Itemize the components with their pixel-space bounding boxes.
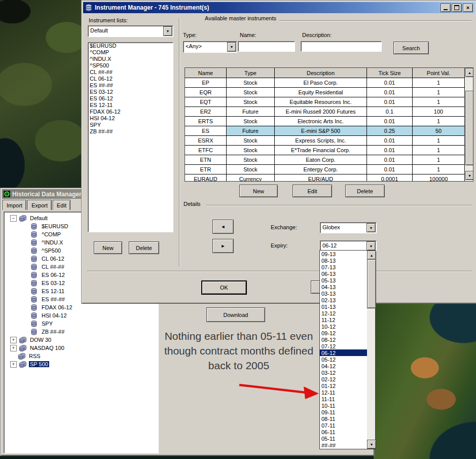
expiry-option[interactable]: 08-13 [320,257,367,264]
expand-icon[interactable]: + [10,337,17,343]
instrument-list-item[interactable]: ^COMP [88,49,173,56]
table-row[interactable]: ETNStockEaton Corp.0.011 [185,155,465,165]
move-left-button[interactable]: ◄ [212,220,234,234]
scroll-up-button[interactable]: ▲ [367,251,376,260]
tree-item[interactable]: +NASDAQ 100 [4,344,158,352]
table-header-cell[interactable]: Tick Size [367,68,413,78]
chevron-down-icon[interactable]: ▼ [367,241,376,251]
expiry-option[interactable]: 02-13 [320,297,367,303]
download-button[interactable]: Download [206,307,265,322]
expiry-option[interactable]: 02-12 [320,376,367,382]
expiry-option[interactable]: 09-12 [320,330,367,336]
expiry-option[interactable]: 06-13 [320,270,367,277]
chevron-down-icon[interactable]: ▼ [227,42,236,52]
collapse-icon[interactable]: − [10,215,17,222]
expiry-option[interactable]: 05-12 [320,356,367,363]
table-header-cell[interactable]: Name [185,68,227,78]
edit-instrument-button[interactable]: Edit [292,185,332,197]
instrument-list-item[interactable]: $EURUSD [88,43,173,49]
table-header-cell[interactable]: Description [275,68,367,78]
table-header-cell[interactable]: Type [227,68,275,78]
expiry-option[interactable]: 06-11 [320,429,367,435]
im-titlebar[interactable]: Instrument Manager - 745 Instrument(s) × [83,2,475,13]
tree-item[interactable]: +DOW 30 [4,336,158,344]
instrument-list-item[interactable]: ES 06-12 [88,95,173,102]
expand-icon[interactable]: + [10,361,17,368]
table-scrollbar[interactable]: ▲ ▼ [465,68,473,180]
expiry-option[interactable]: 05-13 [320,277,367,284]
ok-button[interactable]: OK [201,280,247,295]
expiry-option[interactable]: 03-12 [320,369,367,376]
table-row[interactable]: ETFCStockE*Trade Financial Corp.0.011 [185,146,465,155]
scroll-down-button[interactable]: ▼ [367,440,376,449]
instrument-list-item[interactable]: HSI 04-12 [88,115,173,122]
instrument-list-item[interactable]: CL ##-## [88,69,173,76]
tab-edit[interactable]: Edit [53,200,70,210]
scroll-down-button[interactable]: ▼ [465,171,473,180]
table-row[interactable]: ERTSStockElectronic Arts Inc.0.011 [185,117,465,126]
minimize-button[interactable] [441,4,451,12]
expiry-option[interactable]: 07-13 [320,264,367,270]
scrollbar-thumb[interactable] [367,259,376,308]
expiry-option[interactable]: 12-12 [320,310,367,316]
expiry-option[interactable]: 07-11 [320,422,367,429]
search-button[interactable]: Search [393,42,429,54]
expiry-option[interactable]: 07-12 [320,343,367,349]
table-row[interactable]: EPStockEl Paso Corp.0.011 [185,78,465,88]
table-row[interactable]: ESFutureE-mini S&P 5000.2550 [185,126,465,136]
table-row[interactable]: ETRStockEntergy Corp.0.011 [185,165,465,174]
expiry-option[interactable]: 11-11 [320,396,367,402]
tab-export[interactable]: Export [27,200,52,210]
expiry-option[interactable]: ##-## [320,442,367,448]
instrument-list-item[interactable]: SPY [88,122,173,128]
name-input[interactable] [238,41,295,52]
expiry-option[interactable]: 04-13 [320,284,367,290]
delete-instrument-button[interactable]: Delete [345,185,385,197]
scrollbar-thumb[interactable] [465,91,473,165]
expiry-scrollbar[interactable]: ▲ ▼ [367,251,375,449]
instrument-list-item[interactable]: FDAX 06-12 [88,109,173,115]
expiry-option[interactable]: 08-11 [320,415,367,422]
table-row[interactable]: EURAUDCurrencyEUR/AUD0.0001100000 [185,174,465,182]
description-input[interactable] [301,41,382,52]
expiry-option[interactable]: 06-12 [320,349,367,356]
expiry-option[interactable]: 10-12 [320,323,367,330]
new-instrument-button[interactable]: New [239,185,278,197]
table-header-cell[interactable]: Point Val. [413,68,465,78]
chevron-down-icon[interactable]: ▼ [367,223,376,232]
table-row[interactable]: ER2FutureE-mini Russell 2000 Futures0.11… [185,107,465,117]
expiry-option[interactable]: 01-13 [320,303,367,310]
instrument-list-item[interactable]: CL 06-12 [88,76,173,82]
tree-item[interactable]: SPY [4,320,158,328]
expiry-option[interactable]: 09-11 [320,409,367,415]
expiry-option[interactable]: 09-13 [320,251,367,257]
tree-item[interactable]: HSI 04-12 [4,311,158,320]
instrument-list-item[interactable]: ES ##-## [88,82,173,89]
instrument-list-item[interactable]: ZB ##-## [88,128,173,135]
instrument-list-item[interactable]: ^INDU.X [88,56,173,62]
expand-icon[interactable]: + [10,345,17,351]
tree-item[interactable]: +SP 500 [4,360,158,368]
type-combo[interactable]: <Any> ▼ [183,41,237,53]
expiry-option[interactable]: 12-11 [320,389,367,396]
instrument-lists-combo[interactable]: Default ▼ [88,25,173,37]
table-row[interactable]: EQRStockEquity Residential0.011 [185,88,465,97]
expiry-option[interactable]: 03-13 [320,290,367,297]
new-list-button[interactable]: New [94,241,122,254]
tree-item[interactable]: FDAX 06-12 [4,303,158,311]
scroll-up-button[interactable]: ▲ [465,68,473,77]
move-right-button[interactable]: ► [212,239,234,253]
tree-item[interactable]: RSS [4,352,158,360]
expiry-option[interactable]: 01-12 [320,382,367,389]
instrument-list-item[interactable]: ES 03-12 [88,89,173,95]
expiry-option[interactable]: 05-11 [320,435,367,442]
instrument-list-item[interactable]: ^SP500 [88,62,173,69]
expiry-option[interactable]: 10-11 [320,402,367,409]
expiry-option[interactable]: 08-12 [320,336,367,343]
tree-item[interactable]: ZB ##-## [4,328,158,336]
close-button[interactable]: × [463,4,473,12]
table-row[interactable]: ESRXStockExpress Scripts, Inc.0.011 [185,136,465,146]
maximize-button[interactable] [452,4,462,12]
expiry-option[interactable]: 11-12 [320,316,367,323]
tab-import[interactable]: Import [3,200,26,210]
